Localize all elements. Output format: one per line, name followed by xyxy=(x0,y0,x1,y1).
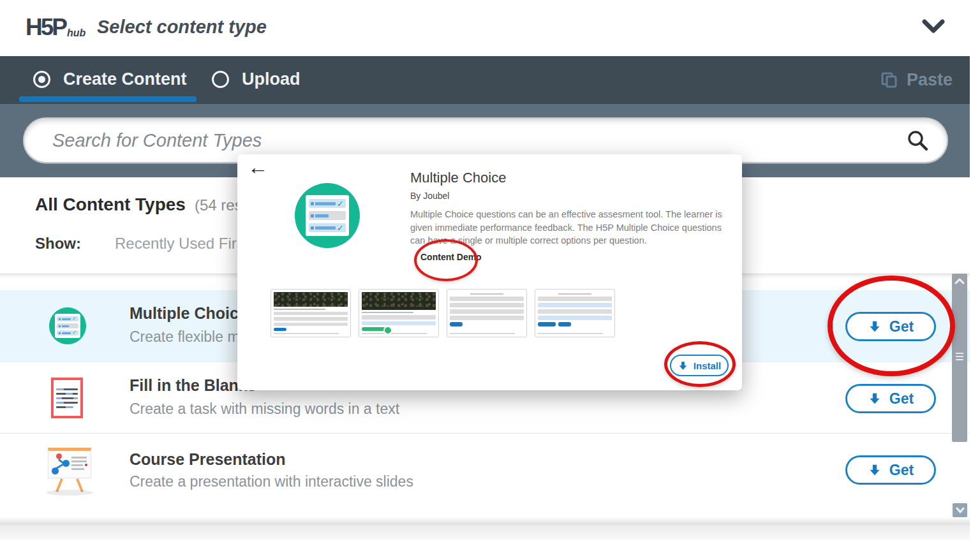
radio-selected-icon xyxy=(33,71,50,88)
show-label: Show: xyxy=(35,235,81,253)
row-title: Multiple Choice xyxy=(130,304,248,323)
search-icon[interactable] xyxy=(906,129,929,152)
screenshot-thumb-3[interactable] xyxy=(447,289,527,337)
collapse-chevron-icon[interactable] xyxy=(921,18,946,36)
download-arrow-icon xyxy=(868,463,882,477)
screenshot-thumb-2[interactable] xyxy=(359,289,439,337)
get-label: Get xyxy=(889,390,914,408)
search-input[interactable] xyxy=(52,130,906,151)
active-tab-underline xyxy=(19,96,197,102)
tab-create-content[interactable]: Create Content xyxy=(33,71,187,88)
tab-upload-label: Upload xyxy=(242,71,301,88)
thumbnail-photo xyxy=(274,292,348,307)
scroll-up-icon[interactable] xyxy=(952,277,967,286)
download-arrow-icon xyxy=(868,320,882,334)
tab-upload[interactable]: Upload xyxy=(212,71,301,88)
download-arrow-icon xyxy=(868,392,882,406)
scrollbar-down-button[interactable] xyxy=(953,503,967,517)
get-label: Get xyxy=(889,318,914,335)
logo-sub-text: hub xyxy=(67,27,85,39)
list-item-course-presentation[interactable]: Course Presentation Create a presentatio… xyxy=(0,433,970,517)
radio-unselected-icon xyxy=(212,71,229,88)
results-title: All Content Types xyxy=(35,195,186,215)
screenshot-thumb-4[interactable] xyxy=(535,289,615,337)
h5p-hub-logo: H5P hub xyxy=(26,14,85,41)
get-button-course-presentation[interactable]: Get xyxy=(845,455,936,485)
get-button-fill-in-the-blanks[interactable]: Get xyxy=(845,384,936,413)
course-presentation-icon xyxy=(45,446,94,496)
hub-header: H5P hub Select content type xyxy=(0,0,970,56)
clipboard-icon xyxy=(880,71,898,89)
paste-label: Paste xyxy=(907,70,953,90)
bottom-strip xyxy=(0,525,970,540)
row-subtitle: Create a presentation with interactive s… xyxy=(130,473,413,490)
h5p-hub-screen: H5P hub Select content type Create Conte… xyxy=(0,0,980,551)
logo-text: H5P xyxy=(26,14,66,41)
tab-create-label: Create Content xyxy=(63,71,187,88)
list-bottom-shadow xyxy=(0,518,970,525)
scrollbar-thumb[interactable] xyxy=(952,274,967,442)
modal-description: Multiple Choice questions can be an effe… xyxy=(410,208,729,247)
content-demo-link[interactable]: Content Demo xyxy=(420,252,482,262)
back-button[interactable]: ← xyxy=(248,156,268,179)
screenshot-thumb-1[interactable] xyxy=(271,289,351,337)
scroll-down-icon xyxy=(954,506,966,514)
paste-button[interactable]: Paste xyxy=(880,70,953,90)
download-arrow-icon xyxy=(678,360,688,371)
fill-in-the-blanks-icon xyxy=(51,378,83,418)
multiple-choice-icon-large: ✓ ✓ xyxy=(295,183,360,248)
get-label: Get xyxy=(889,462,914,479)
row-subtitle: Create a task with missing words in a te… xyxy=(130,400,399,418)
install-label: Install xyxy=(694,360,721,371)
results-header: All Content Types (54 results) xyxy=(35,195,271,215)
content-type-detail-modal: ← ✓ ✓ Multiple Choice By Joubel Multiple… xyxy=(237,154,742,390)
scrollbar-grip xyxy=(956,353,963,360)
modal-author: By Joubel xyxy=(410,191,449,201)
row-title: Course Presentation xyxy=(130,450,286,469)
get-button-multiple-choice[interactable]: Get xyxy=(845,312,936,341)
install-button[interactable]: Install xyxy=(670,355,729,376)
multiple-choice-icon: ✓ ✓ xyxy=(49,307,86,344)
sort-selector[interactable]: Recently Used First xyxy=(115,235,248,253)
screenshot-strip xyxy=(271,289,615,337)
modal-title: Multiple Choice xyxy=(410,170,506,186)
thumbnail-photo xyxy=(362,292,436,310)
page-title: Select content type xyxy=(97,17,267,38)
